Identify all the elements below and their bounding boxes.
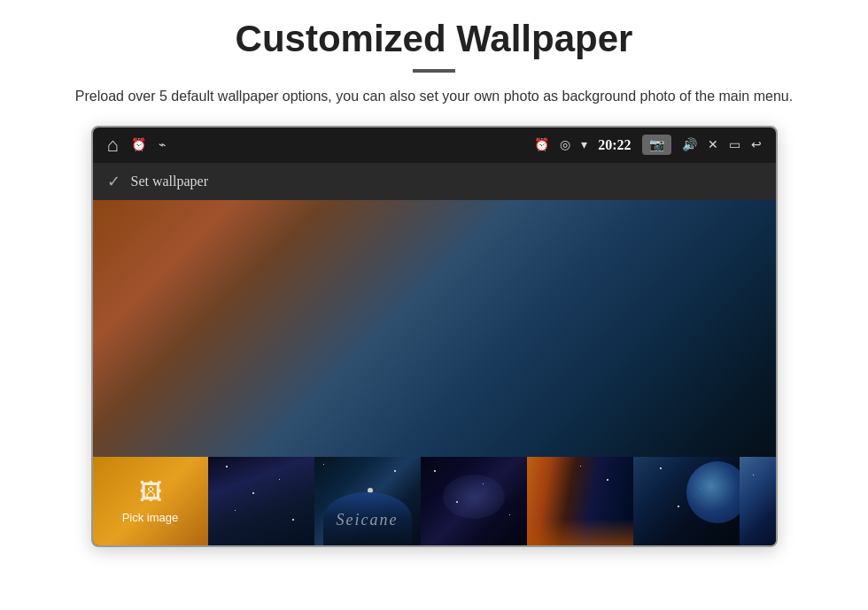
wallpaper-bar: ✓ Set wallpaper [93,163,776,200]
star [660,467,662,469]
wallpaper-thumb-6[interactable] [633,457,740,545]
star [323,464,324,465]
wifi-icon: ▾ [581,137,587,152]
star [753,475,754,475]
star [226,466,228,467]
title-divider [413,69,455,73]
status-time: 20:22 [598,137,631,153]
star [434,470,436,472]
device-frame: ⌂ ⏰ ⌁ ⏰ ◎ ▾ 20:22 📷 🔊 ✕ [91,126,778,547]
star [509,514,510,515]
wallpaper-preview [93,200,776,457]
wallpaper-thumb-7[interactable] [740,457,776,545]
home-icon[interactable]: ⌂ [107,134,119,157]
star [394,470,396,472]
status-right-icons: ⏰ ◎ ▾ 20:22 📷 🔊 ✕ ▭ ↩ [534,135,761,155]
status-left-icons: ⌂ ⏰ ⌁ [107,134,166,157]
wallpaper-thumb-2[interactable] [208,457,314,545]
star [279,479,280,480]
camera-icon[interactable]: 📷 [642,135,671,155]
wallpaper-thumb-4[interactable] [421,457,527,545]
star [235,510,236,511]
set-wallpaper-label: Set wallpaper [131,174,209,189]
pick-image-icon: 🖼 [139,478,162,506]
horizon-glow [527,519,633,545]
location-icon: ◎ [560,137,570,152]
checkmark-icon: ✓ [107,172,120,191]
pick-image-label: Pick image [122,511,179,524]
planet-shape [323,492,412,545]
window-icon[interactable]: ▭ [729,137,740,152]
blue-planet [686,461,740,523]
wallpaper-thumb-3[interactable]: Seicane [314,457,421,545]
usb-icon: ⌁ [159,137,166,152]
wallpaper-thumb-5[interactable] [527,457,633,545]
wallpaper-gradient [93,200,776,457]
star [678,506,679,507]
page-container: Customized Wallpaper Preload over 5 defa… [0,0,868,610]
status-bar: ⌂ ⏰ ⌁ ⏰ ◎ ▾ 20:22 📷 🔊 ✕ [93,127,776,163]
back-icon[interactable]: ↩ [751,137,762,152]
star [580,466,581,467]
galaxy-shape [443,475,505,519]
alarm-right-icon: ⏰ [534,137,549,152]
star [607,479,608,481]
star [292,519,294,521]
close-icon[interactable]: ✕ [708,137,718,152]
pick-image-thumb[interactable]: 🖼 Pick image [93,457,208,545]
volume-icon[interactable]: 🔊 [682,137,697,152]
page-title: Customized Wallpaper [236,18,633,60]
alarm-icon: ⏰ [131,137,146,152]
page-description: Preload over 5 default wallpaper options… [75,85,793,108]
star [252,492,254,494]
thumbnail-strip: 🖼 Pick image Seicane [93,457,776,545]
